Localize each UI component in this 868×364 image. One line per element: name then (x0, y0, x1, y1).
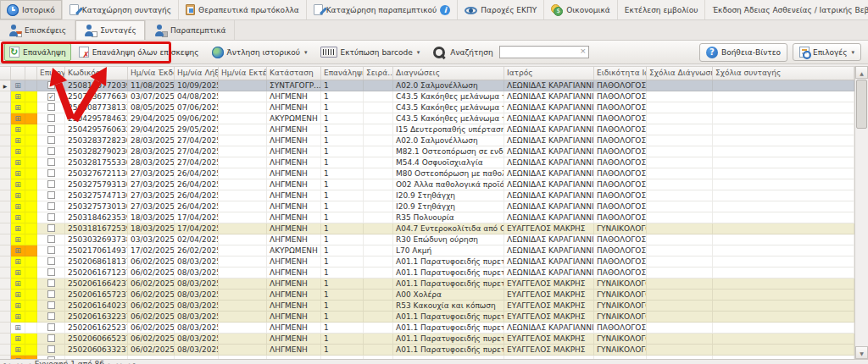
repeat-checkbox[interactable] (47, 345, 55, 353)
repeat-checkbox[interactable] (47, 290, 55, 298)
col-header-expand[interactable] (11, 67, 25, 80)
col-header-diagnosis[interactable]: Διαγνώσεις (393, 67, 504, 80)
table-row[interactable]: ⊞250327579313027/03/202526/04/2025ΛΗΓΜΕΝ… (0, 179, 854, 190)
expand-row-button[interactable]: ⊞ (11, 102, 25, 113)
table-row[interactable]: ⊞250217061493717/02/202526/02/2025ΑΚΥΡΩΜ… (0, 245, 854, 256)
col-header-status[interactable]: Κατάσταση (267, 67, 321, 80)
table-row[interactable]: ⊞250206066523706/02/202508/03/2025ΛΗΓΜΕΝ… (0, 334, 854, 345)
repeat-button[interactable]: Επανάληψη (4, 43, 71, 61)
table-row[interactable]: ⊞250328175533028/03/202527/04/2025ΛΗΓΜΕΝ… (0, 157, 854, 168)
expand-row-button[interactable]: ⊞ (11, 345, 25, 356)
help-video-button[interactable]: Βοήθεια-Βίντεο (699, 43, 787, 62)
col-header-series[interactable]: Σειρά... (364, 67, 393, 80)
repeat-checkbox[interactable] (47, 312, 55, 320)
repeat-checkbox[interactable] (47, 213, 55, 221)
search-input[interactable] (499, 46, 589, 58)
expand-row-button[interactable]: ⊞ (11, 301, 25, 312)
expand-row-button[interactable]: ⊞ (11, 113, 25, 124)
tab-prescriptions[interactable]: Συνταγές (75, 20, 146, 40)
fetch-history-button[interactable]: Άντληση ιστορικού ▾ (207, 43, 313, 62)
vertical-scrollbar[interactable]: ▲ ▼ (854, 66, 868, 359)
search-clear-icon[interactable]: × (580, 47, 587, 55)
expand-row-button[interactable]: ⊞ (11, 201, 25, 212)
repeat-checkbox[interactable] (47, 180, 55, 188)
expand-row-button[interactable]: ⊞ (11, 157, 25, 168)
expand-row-button[interactable]: ⊞ (11, 256, 25, 267)
scrollbar-thumb[interactable] (856, 80, 867, 129)
repeat-checkbox[interactable] (47, 268, 55, 276)
expand-row-button[interactable]: ⊞ (11, 279, 25, 290)
table-row[interactable]: ⊞250206861813706/02/202508/03/2025ΛΗΓΜΕΝ… (0, 256, 854, 267)
options-button[interactable]: Επιλογές ▾ (793, 43, 861, 61)
repeat-checkbox[interactable] (47, 224, 55, 232)
nav-next-icon[interactable]: ▶ (108, 361, 113, 364)
table-row[interactable]: ⊞250327672113027/03/202526/04/2025ΛΗΓΜΕΝ… (0, 168, 854, 179)
print-barcode-button[interactable]: Εκτύπωση barcode ▾ (315, 43, 426, 61)
expand-row-button[interactable]: ⊞ (11, 146, 25, 157)
repeat-checkbox[interactable] (47, 125, 55, 133)
repeat-checkbox[interactable] (47, 191, 55, 199)
table-row[interactable]: ⊞250206165723706/02/202508/03/2025ΛΗΓΜΕΝ… (0, 290, 854, 301)
tab-financials[interactable]: Οικονομικά (544, 0, 617, 19)
col-header-specialty[interactable]: Ειδικότητα Ιατ... (594, 67, 647, 80)
table-row[interactable]: ⊞250318167253918/03/202517/04/2025ΛΗΓΜΕΝ… (0, 223, 854, 234)
repeat-checkbox[interactable] (47, 279, 55, 287)
scroll-down-icon[interactable]: ▼ (855, 346, 868, 359)
repeat-checkbox[interactable] (47, 235, 55, 243)
repeat-checkbox[interactable] (47, 246, 55, 254)
expand-row-button[interactable]: ⊞ (11, 312, 25, 323)
table-row[interactable]: ⊞250318462353918/03/202517/04/2025ΛΗΓΜΕΝ… (0, 212, 854, 223)
col-header-doctor[interactable]: Ιατρός (504, 67, 594, 80)
repeat-checkbox[interactable]: ✓ (47, 93, 55, 101)
expand-row-button[interactable]: ⊞ (11, 168, 25, 179)
col-header-code[interactable]: Κωδικός (65, 67, 128, 80)
col-header-gutter[interactable] (0, 67, 11, 80)
tab-treatment-protocols[interactable]: Θεραπευτικά πρωτόκολλα (179, 0, 307, 19)
tab-sick-leave-certificate[interactable]: Έκδοση Άδειας Ασθενείας / Ιατρικής Βεβαί… (705, 0, 868, 19)
expand-row-button[interactable]: ⊞ (11, 223, 25, 234)
expand-row-button[interactable]: ⊞ (11, 80, 25, 91)
col-header-issued[interactable]: Ημ/νία Έκδο... (128, 67, 175, 80)
expand-row-button[interactable]: ⊞ (11, 91, 25, 102)
table-row[interactable]: ⊞250206163223706/02/202508/03/2025ΛΗΓΜΕΝ… (0, 312, 854, 323)
repeat-checkbox[interactable] (47, 103, 55, 111)
nav-prev-page-icon[interactable]: ◀◀ (14, 361, 22, 364)
repeat-checkbox[interactable] (47, 147, 55, 155)
expand-row-button[interactable]: ⊞ (11, 267, 25, 279)
repeat-checkbox[interactable] (47, 301, 55, 309)
col-header-expires[interactable]: Ημ/νία Λήξ... (175, 67, 219, 80)
tab-visits[interactable]: Επισκέψεις (0, 20, 75, 40)
tab-referral-entry[interactable]: Καταχώρηση παραπεμπτικού (307, 0, 459, 19)
nav-last-icon[interactable]: ▶▮ (129, 361, 136, 364)
tab-prescription-entry[interactable]: Καταχώρηση συνταγής (63, 0, 179, 19)
table-row[interactable]: ▶⊞250811077203911/08/202510/09/2025ΣΥΝΤΑ… (0, 80, 854, 91)
table-row[interactable]: ⊞250429576063229/04/202529/05/2025ΛΗΓΜΕΝ… (0, 124, 854, 135)
repeat-checkbox[interactable] (47, 169, 55, 177)
col-header-check[interactable]: Επιλογή (37, 67, 65, 80)
expand-row-button[interactable]: ⊞ (11, 323, 25, 334)
repeat-checkbox[interactable] (47, 323, 55, 331)
table-row[interactable]: ⊞250328372823028/03/202527/04/2025ΛΗΓΜΕΝ… (0, 135, 854, 146)
tab-ekpy-benefits[interactable]: Παροχές ΕΚΠΥ (458, 0, 544, 19)
expand-row-button[interactable]: ⊞ (11, 124, 25, 135)
repeat-checkbox[interactable] (47, 81, 55, 89)
expand-row-button[interactable]: ⊞ (11, 334, 25, 345)
expand-row-button[interactable]: ⊞ (11, 245, 25, 256)
table-row[interactable]: ⊞250429578463229/04/202509/06/2025ΑΚΥΡΩΜ… (0, 113, 854, 124)
nav-next-page-icon[interactable]: ▶▶ (117, 361, 125, 364)
repeat-checkbox[interactable] (47, 158, 55, 166)
expand-row-button[interactable]: ⊞ (11, 290, 25, 301)
repeat-checkbox[interactable] (47, 202, 55, 210)
tab-referrals[interactable]: Παραπεμπτικά (146, 20, 235, 40)
tab-vaccination-execution[interactable]: Εκτέλεση εμβολίου (618, 0, 706, 19)
repeat-checkbox[interactable] (47, 334, 55, 342)
expand-row-button[interactable]: ⊞ (11, 212, 25, 223)
table-row[interactable]: ⊞250206166423706/02/202508/03/2025ΛΗΓΜΕΝ… (0, 279, 854, 290)
col-header-marker[interactable] (25, 67, 37, 80)
table-row[interactable]: ⊞250327573013027/03/202526/04/2025ΛΗΓΜΕΝ… (0, 201, 854, 212)
tab-history[interactable]: Ιστορικό (0, 0, 63, 19)
col-header-executed[interactable]: Ημ/νία Εκτέλε... (219, 67, 267, 80)
col-header-repeat[interactable]: Επανάληψη (321, 67, 364, 80)
table-row[interactable]: ⊞250206167123706/02/202508/03/2025ΛΗΓΜΕΝ… (0, 267, 854, 279)
repeat-checkbox[interactable] (47, 257, 55, 265)
